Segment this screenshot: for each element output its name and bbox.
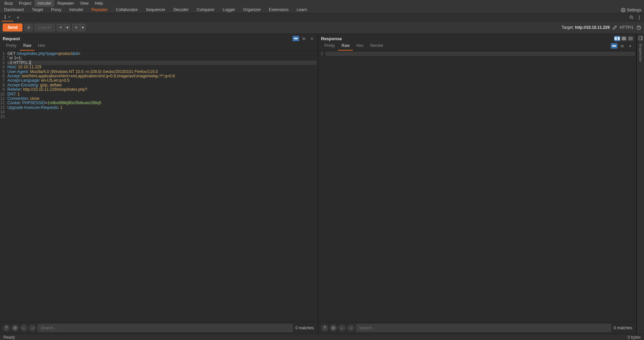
inspector-toggle-icon[interactable]	[638, 36, 643, 41]
view-tab-pretty[interactable]: Pretty	[3, 41, 20, 51]
toggle-nonprint-icon[interactable]	[611, 43, 618, 49]
help-icon[interactable]	[636, 25, 641, 30]
svg-point-10	[332, 327, 335, 330]
layout-single[interactable]	[628, 36, 634, 41]
status-left: Ready	[3, 335, 15, 340]
tab-dashboard[interactable]: Dashboard	[0, 6, 28, 14]
repeater-tab-1[interactable]: 1 ×	[1, 13, 13, 21]
line-gutter: 123456789101112131415	[0, 51, 6, 322]
settings-label: Settings	[627, 8, 641, 12]
request-footer: ? ← → 0 matches	[0, 322, 318, 334]
request-search-input[interactable]	[38, 324, 293, 332]
edit-target-icon[interactable]	[612, 25, 617, 30]
tab-collaborator[interactable]: Collaborator	[112, 6, 142, 14]
inspector-strip: Inspector	[637, 34, 644, 334]
history-back-button[interactable]: <	[57, 24, 65, 31]
response-matches: 0 matches	[612, 326, 634, 330]
tab-organizer[interactable]: Organizer	[239, 6, 265, 14]
action-bar: Send Cancel < ▾ > ▾ Target: http://10.10…	[0, 21, 644, 34]
svg-rect-8	[612, 45, 616, 47]
protocol-label: HTTP/1	[620, 25, 634, 30]
status-right: 0 bytes	[628, 335, 641, 340]
tab-proxy[interactable]: Proxy	[47, 6, 65, 14]
history-back-dropdown[interactable]: ▾	[65, 24, 70, 31]
send-button[interactable]: Send	[3, 23, 22, 31]
tab-extensions[interactable]: Extensions	[265, 6, 293, 14]
view-tab-hex[interactable]: Hex	[35, 41, 48, 51]
line-gutter: 1	[318, 51, 324, 322]
search-icon[interactable]	[629, 15, 634, 20]
toggle-nonprint-icon[interactable]	[292, 36, 299, 41]
send-options-button[interactable]	[24, 24, 33, 31]
svg-point-6	[15, 328, 16, 329]
tab-repeater[interactable]: Repeater	[87, 6, 112, 14]
tab-logger[interactable]: Logger	[219, 6, 239, 14]
main-tabs-row: DashboardTargetProxyIntruderRepeaterColl…	[0, 7, 644, 13]
history-forward-dropdown[interactable]: ▾	[80, 24, 86, 31]
newline-icon[interactable]: \n	[301, 36, 307, 41]
svg-point-1	[630, 16, 632, 18]
response-tabs: PrettyRawHexRender	[318, 41, 389, 51]
view-tab-render[interactable]: Render	[367, 41, 387, 51]
tab-intruder[interactable]: Intruder	[65, 6, 87, 14]
request-pane: Request \n ≡ PrettyRawHex 12345678910111…	[0, 34, 318, 334]
view-tab-raw[interactable]: Raw	[20, 41, 35, 51]
request-code[interactable]: GET /shop/index.php?page=product&id=' or…	[6, 51, 318, 322]
inspector-label[interactable]: Inspector	[639, 44, 643, 62]
request-title: Request	[3, 36, 20, 41]
gear-icon[interactable]	[11, 324, 19, 332]
status-bar: Ready 0 bytes	[0, 334, 644, 340]
svg-point-3	[28, 27, 29, 28]
cancel-button[interactable]: Cancel	[35, 24, 54, 31]
repeater-subtabs-row: 1 × + ⋮	[0, 13, 644, 21]
view-tab-raw[interactable]: Raw	[338, 41, 353, 51]
layout-split-vertical[interactable]	[614, 36, 620, 41]
gear-icon	[621, 8, 626, 12]
search-prev-button[interactable]: ←	[20, 324, 28, 332]
response-editor[interactable]: 1	[318, 51, 636, 322]
search-prev-button[interactable]: ←	[338, 324, 346, 332]
help-icon[interactable]: ?	[321, 324, 328, 332]
tab-sequencer[interactable]: Sequencer	[142, 6, 169, 14]
svg-point-0	[623, 9, 624, 11]
repeater-subtabs: 1 × +	[0, 13, 23, 21]
response-pane: Response PrettyRawHexRender \n ≡	[318, 34, 637, 334]
search-next-button[interactable]: →	[347, 324, 355, 332]
svg-line-2	[632, 18, 633, 19]
request-matches: 0 matches	[294, 326, 315, 330]
add-tab-button[interactable]: +	[13, 15, 23, 20]
more-icon[interactable]: ⋮	[637, 15, 641, 20]
tab-target[interactable]: Target	[28, 6, 47, 14]
layout-toggle	[614, 36, 634, 41]
response-search-input[interactable]	[356, 324, 611, 332]
editor-menu-icon[interactable]: ≡	[309, 36, 315, 41]
repeater-tab-label: 1	[4, 15, 6, 19]
main-tabs: DashboardTargetProxyIntruderRepeaterColl…	[0, 6, 311, 14]
svg-rect-11	[639, 37, 642, 40]
help-icon[interactable]: ?	[3, 324, 10, 332]
target-prefix: Target:	[561, 25, 574, 30]
editor-menu-icon[interactable]: ≡	[627, 43, 634, 49]
request-editor[interactable]: 123456789101112131415 GET /shop/index.ph…	[0, 51, 318, 322]
tab-decoder[interactable]: Decoder	[169, 6, 193, 14]
settings-button[interactable]: Settings	[620, 8, 643, 12]
newline-icon[interactable]: \n	[619, 43, 626, 49]
close-icon[interactable]: ×	[8, 15, 11, 19]
history-forward-button[interactable]: >	[72, 24, 80, 31]
target-label: Target: http://10.10.11.229	[561, 25, 609, 30]
target-value: http://10.10.11.229	[575, 25, 609, 30]
response-footer: ? ← → 0 matches	[318, 322, 636, 334]
tab-comparer[interactable]: Comparer	[193, 6, 218, 14]
content-row: Request \n ≡ PrettyRawHex 12345678910111…	[0, 34, 644, 334]
tab-learn[interactable]: Learn	[292, 6, 311, 14]
request-tabs: PrettyRawHex	[0, 41, 318, 51]
svg-rect-5	[294, 38, 298, 40]
svg-point-7	[14, 327, 17, 330]
layout-split-horizontal[interactable]	[621, 36, 627, 41]
view-tab-hex[interactable]: Hex	[353, 41, 367, 51]
search-next-button[interactable]: →	[29, 324, 36, 332]
svg-point-9	[333, 328, 334, 329]
view-tab-pretty[interactable]: Pretty	[321, 41, 338, 51]
response-code[interactable]	[324, 51, 636, 322]
gear-icon[interactable]	[330, 324, 337, 332]
